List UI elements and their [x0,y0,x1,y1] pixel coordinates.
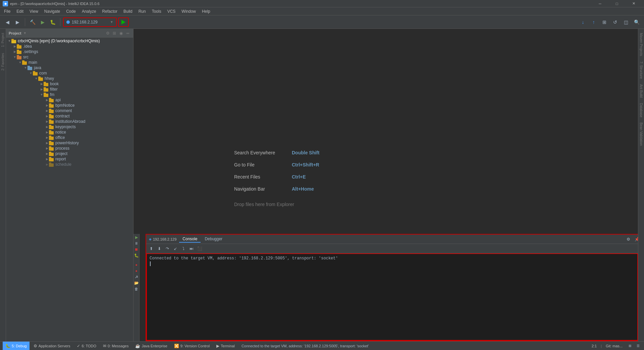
right-tab-bean[interactable]: Bean Validation [639,120,644,148]
console-run-to-cursor-button[interactable]: ⏭ [188,245,195,252]
tree-item-idea[interactable]: ▶ .idea [6,44,133,49]
tree-item-bpmnotice[interactable]: ▶ bpmNotice [6,103,133,108]
debug-resume-button[interactable]: ▶ [134,235,139,240]
close-button[interactable]: ✕ [626,0,641,7]
tree-item-book[interactable]: ▶ book [6,81,133,87]
tree-item-powerhistory[interactable]: ▶ powerHistory [6,140,133,146]
status-app-servers-tab[interactable]: ⚙ Application Servers [31,342,73,350]
menu-tools[interactable]: Tools [149,8,164,14]
debug-pause-button[interactable]: ⏸ [134,241,139,246]
tree-item-keyprojects[interactable]: ▶ keyprojects [6,124,133,130]
project-panel-dropdown-icon[interactable]: ▼ [23,31,26,35]
right-tab-database[interactable]: Database [639,100,644,120]
tree-item-src[interactable]: ▼ src [6,54,133,60]
tree-item-api[interactable]: ▶ api [6,97,133,103]
menu-file[interactable]: File [1,8,13,14]
status-expand-button[interactable]: ⊞ [627,343,633,349]
tree-item-filter[interactable]: ▶ filter [6,87,133,92]
menu-vcs[interactable]: VCS [165,8,178,14]
status-terminal-tab[interactable]: ▶ Terminal [214,342,237,350]
tree-item-java[interactable]: ▼ java [6,65,133,70]
tree-root-item[interactable]: ▼ crbcHQimis [epm] (D:\workspace\crbcHQi… [6,38,133,44]
status-messages-tab[interactable]: ✉ 0: Messages [100,342,131,350]
tree-item-notice[interactable]: ▶ notice [6,130,133,135]
tree-item-main[interactable]: ▼ main [6,60,133,65]
tree-item-com[interactable]: ▼ com [6,70,133,76]
status-git-branch[interactable]: Git: mas... [603,344,625,348]
status-settings-button[interactable]: ☰ [635,343,641,349]
menu-refactor[interactable]: Refactor [100,8,120,14]
menu-run[interactable]: Run [136,8,149,14]
goto-file-label: Go to File [234,162,288,167]
tree-item-fm[interactable]: ▼ fm [6,92,133,97]
debug-run-button[interactable] [118,17,129,27]
side-tab-project[interactable]: 1: Project [0,30,5,50]
tree-item-office[interactable]: ▶ office [6,135,133,140]
debug-settings-button[interactable]: ● [134,262,139,267]
toolbar-vcs-commit-button[interactable]: ↑ [589,17,598,27]
toolbar-run-button[interactable]: ▶ [38,17,47,27]
menu-edit[interactable]: Edit [14,8,26,14]
debug-settings-icon-btn[interactable]: ⚙ [625,236,632,243]
project-tree: ▼ crbcHQimis [epm] (D:\workspace\crbcHQi… [6,38,133,341]
maximize-button[interactable]: □ [609,0,625,7]
status-todo-tab[interactable]: ✓ 6: TODO [74,342,99,350]
toolbar-back-button[interactable]: ◀ [3,17,12,27]
status-vcs-tab[interactable]: 🔀 9: Version Control [171,342,212,350]
toolbar-search-everywhere-button[interactable]: 🔍 [632,17,641,27]
console-tab[interactable]: Console [179,236,201,243]
tree-item-settings[interactable]: ▶ .settings [6,49,133,54]
debug-delete-button[interactable]: 🗑 [134,286,139,292]
tree-item-project[interactable]: ▶ project [6,151,133,156]
tree-item-process[interactable]: ▶ process [6,146,133,151]
menu-navigate[interactable]: Navigate [42,8,63,14]
debug-open-button[interactable]: 📂 [134,280,139,286]
toolbar-rollback-button[interactable]: ↺ [610,17,620,27]
menu-analyze[interactable]: Analyze [79,8,99,14]
console-step-out-button[interactable]: ⤵ [180,245,187,252]
toolbar-debug-button[interactable]: 🐛 [48,17,57,27]
debug-reconnect-button[interactable]: 🐛 [134,253,139,258]
toolbar-annotate-button[interactable]: ◫ [621,17,631,27]
right-tab-structure[interactable]: 7: Structure [639,59,644,82]
tree-item-contract[interactable]: ▶ contract [6,113,133,119]
console-step-into-button[interactable]: ↙ [172,245,179,252]
menu-build[interactable]: Build [121,8,135,14]
status-java-enterprise-tab[interactable]: ☕ Java Enterprise [132,342,170,350]
debug-pin-button[interactable]: 📌 [633,236,638,243]
menu-code[interactable]: Code [63,8,78,14]
root-folder-icon [11,39,17,43]
console-step-over-button[interactable]: ↷ [164,245,171,252]
status-debug-tab[interactable]: 🐛 5: Debug [3,342,30,350]
debug-mute-button[interactable]: ● [134,268,139,273]
console-stop-button[interactable]: ⬛ [196,245,203,252]
tree-item-comment[interactable]: ▶ comment [6,108,133,113]
debug-clear-button[interactable]: ☭ [134,274,139,280]
tree-item-hhwy[interactable]: ▼ hhwy [6,76,133,81]
run-config-dropdown[interactable]: 192.168.2.129 ▼ [63,17,117,27]
right-tab-maven[interactable]: Maven Projects [639,30,644,59]
tree-item-institutionabroad[interactable]: ▶ institutionAbroad [6,119,133,124]
toolbar-build-button[interactable]: 🔨 [28,17,37,27]
tree-item-report[interactable]: ▶ report [6,156,133,162]
console-scroll-end-button[interactable]: ⬇ [156,245,163,252]
minimize-button[interactable]: ─ [592,0,608,7]
project-autoscroll-icon[interactable]: ═ [125,31,130,36]
menu-help[interactable]: Help [199,8,213,14]
project-collapse-icon[interactable]: ◉ [118,31,124,36]
tree-item-schedule[interactable]: ▶ schedule [6,162,133,167]
toolbar-forward-button[interactable]: ▶ [13,17,22,27]
right-tab-ant[interactable]: Ant Build [639,82,644,100]
toolbar-vcs-history-button[interactable]: ⊞ [600,17,609,27]
side-tab-favorites[interactable]: 2: Favorites [0,50,5,73]
project-expand-icon[interactable]: ⊞ [112,31,117,36]
debug-stop-button[interactable]: ⏹ [134,247,139,252]
console-clear-button[interactable]: ⬆ [148,245,155,252]
project-settings-icon[interactable]: ⚙ [105,31,110,36]
debugger-tab[interactable]: Debugger [201,236,226,243]
menu-view[interactable]: View [27,8,41,14]
status-position-indicator[interactable]: 2:1 [589,344,599,348]
toolbar-vcs-update-button[interactable]: ↓ [578,17,588,27]
menu-window[interactable]: Window [179,8,199,14]
terminal-status-icon: ▶ [216,344,219,348]
